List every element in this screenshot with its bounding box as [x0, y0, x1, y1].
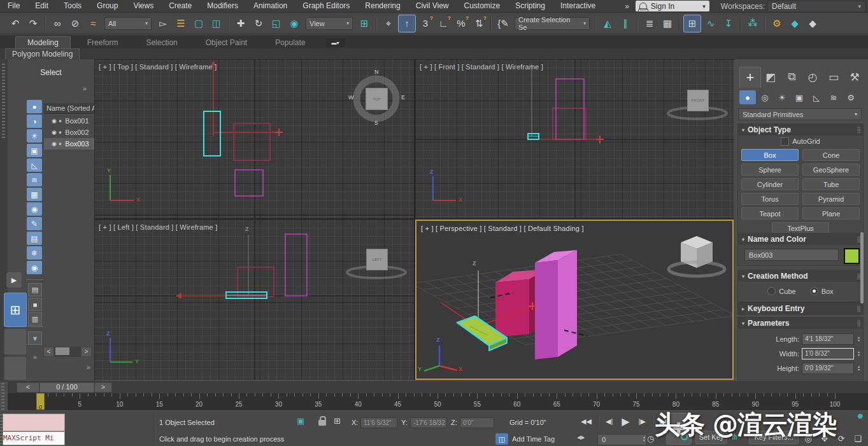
compass-west[interactable]: W	[348, 94, 354, 101]
mirror-icon[interactable]: ◭	[599, 15, 616, 32]
x-coordinate-field[interactable]: 11'6 5/32"	[360, 417, 397, 428]
workspace-dropdown[interactable]: Default ▾	[767, 1, 865, 12]
plane-button[interactable]: Plane	[802, 207, 860, 220]
tab-polygon-modeling[interactable]: Polygon Modeling	[5, 48, 80, 59]
curve-editor-icon[interactable]: ∿	[702, 15, 719, 32]
explorer-column-header[interactable]: Name (Sorted A	[44, 103, 94, 114]
ribbon-tab-selection[interactable]: Selection	[134, 37, 189, 48]
panel-expand-chevron[interactable]: »	[33, 353, 37, 361]
utilities-tab[interactable]: ⚒	[844, 67, 865, 87]
select-rotate-icon[interactable]: ↻	[250, 15, 267, 32]
rollout-grip-icon[interactable]: ⣿	[857, 127, 860, 133]
rendered-frame-icon[interactable]: ◆	[786, 15, 803, 32]
menu-overflow-chevron[interactable]: »	[621, 2, 633, 11]
toggle-ribbon-icon[interactable]: ⊞	[683, 15, 701, 32]
cameras-category[interactable]: ▣	[791, 90, 808, 104]
box-button[interactable]: Box	[741, 149, 799, 161]
current-frame-marker[interactable]: 0	[36, 393, 45, 410]
ribbon-tab-freeform[interactable]: Freeform	[76, 37, 130, 48]
scrollbar-handle[interactable]	[55, 347, 69, 355]
render-setup-icon[interactable]: ⚙	[769, 15, 785, 32]
keyboard-entry-header[interactable]: ▸ Keyboard Entry ⣿	[738, 303, 863, 314]
viewcube-top[interactable]: TOP	[366, 88, 388, 110]
scroll-left-button[interactable]: <	[43, 347, 54, 357]
visibility-eye-icon[interactable]: ◉	[52, 141, 57, 147]
create-tab[interactable]: +	[739, 67, 761, 88]
menu-graph-editors[interactable]: Graph Editors	[295, 0, 357, 12]
geosphere-button[interactable]: GeoSphere	[802, 164, 860, 176]
display-frozen-icon[interactable]: ❄	[27, 246, 42, 260]
explorer-row-box001[interactable]: ◉●Box001	[44, 115, 94, 127]
go-to-start-button[interactable]: ◀◀	[576, 417, 596, 426]
teapot-button[interactable]: Teapot	[741, 207, 799, 220]
blank-view-icon[interactable]: ■	[28, 298, 42, 311]
y-coordinate-field[interactable]: -17'6 18/32	[410, 417, 447, 428]
spinner-arrows[interactable]: ▴▾	[643, 436, 645, 442]
transform-type-in-icon[interactable]: ⊞	[334, 416, 341, 426]
select-place-icon[interactable]: ◉	[286, 15, 302, 32]
display-pens-icon[interactable]: ✎	[27, 217, 42, 230]
macro-recorder-pane[interactable]	[3, 414, 65, 431]
menu-edit[interactable]: Edit	[27, 0, 56, 12]
time-slider-next-button[interactable]: >	[94, 382, 112, 393]
select-manipulate-icon[interactable]: ⌖	[380, 15, 397, 32]
display-containers-icon[interactable]: ◉	[27, 202, 42, 216]
viewport-perspective[interactable]: Z Z X Y [ + ] [ Perspective ] [ Standard…	[415, 220, 734, 380]
systems-category[interactable]: ⚙	[843, 90, 859, 104]
next-frame-button[interactable]: |▶	[634, 417, 650, 426]
previous-frame-button[interactable]: ◀|	[601, 417, 617, 426]
select-link-icon[interactable]: ∞	[49, 15, 66, 32]
display-shapes-icon[interactable]: ◑	[27, 115, 42, 128]
length-field[interactable]: 4'1 18/32"	[802, 333, 854, 345]
shapes-category[interactable]: ◎	[757, 90, 773, 104]
menu-scripting[interactable]: Scripting	[508, 0, 553, 12]
time-tag-cube-icon[interactable]: ◫	[495, 433, 508, 445]
add-time-tag-text[interactable]: Add Time Tag	[512, 435, 555, 443]
tube-button[interactable]: Tube	[802, 178, 860, 190]
visibility-eye-icon[interactable]: ◉	[52, 118, 57, 124]
scrollbar-track[interactable]	[54, 347, 81, 357]
bind-to-space-warp-icon[interactable]: ≈	[85, 15, 101, 32]
display-spacewarps-icon[interactable]: ≋	[27, 173, 42, 186]
ribbon-tab-modeling[interactable]: Modeling	[15, 36, 71, 48]
compass-south[interactable]: S	[374, 120, 378, 126]
detail-view-icon[interactable]: ▥	[28, 312, 42, 326]
display-hidden-eye-icon[interactable]: ◉	[27, 261, 42, 274]
menu-civil-view[interactable]: Civil View	[408, 0, 457, 12]
spinner-snap-icon[interactable]: ⇅?	[471, 15, 487, 32]
use-pivot-center-icon[interactable]: ⊞	[356, 15, 373, 32]
display-groups-icon[interactable]: ▤	[27, 232, 42, 245]
helpers-category[interactable]: ◺	[808, 90, 825, 104]
explorer-row-box002[interactable]: ◉●Box002	[44, 127, 94, 138]
selection-filter-dropdown[interactable]: All▾	[104, 17, 152, 30]
rollout-grip-icon[interactable]: ⣿	[857, 320, 860, 326]
visibility-eye-icon[interactable]: ◉	[52, 129, 57, 136]
object-type-header[interactable]: ▾ Object Type ⣿	[738, 124, 863, 136]
select-scale-icon[interactable]: ◱	[268, 15, 285, 32]
name-color-header[interactable]: ▾ Name and Color ⣿	[738, 233, 863, 245]
modify-tab[interactable]: ◩	[760, 67, 781, 87]
parameters-header[interactable]: ▾ Parameters ⣿	[738, 317, 863, 329]
autogrid-checkbox[interactable]	[781, 137, 789, 146]
time-slider-prev-button[interactable]: <	[17, 382, 39, 393]
edit-named-sets-icon[interactable]: {✎	[495, 15, 511, 32]
viewport-layout-tab-quad[interactable]: ⊞	[4, 293, 27, 327]
viewcube-front[interactable]: FRONT	[687, 90, 709, 111]
cone-button[interactable]: Cone	[802, 149, 860, 161]
ribbon-tab-object-paint[interactable]: Object Paint	[194, 37, 259, 48]
viewport-front-label[interactable]: [ + ] [ Front ] [ Standard ] [ Wireframe…	[420, 63, 543, 71]
filter-funnel-icon[interactable]: ▼	[28, 331, 42, 345]
explorer-row-box003[interactable]: ◉●Box003	[44, 138, 94, 150]
primitives-category-dropdown[interactable]: Standard Primitives ▾	[738, 108, 862, 120]
geometry-category[interactable]: ●	[739, 90, 756, 104]
compass-east[interactable]: E	[401, 94, 405, 101]
reference-coordinate-dropdown[interactable]: View▾	[306, 17, 353, 30]
display-helpers-icon[interactable]: ◺	[27, 158, 42, 172]
schematic-view-icon[interactable]: ↧	[720, 15, 737, 32]
spinner-arrows[interactable]: ▴▾	[858, 336, 860, 342]
toggle-layer-explorer-icon[interactable]: ≣	[641, 15, 658, 32]
menu-interactive[interactable]: Interactive	[553, 0, 603, 12]
menu-file[interactable]: File	[0, 0, 27, 12]
creation-method-box-radio[interactable]: Box	[810, 287, 834, 295]
play-button[interactable]: ▶	[617, 415, 634, 428]
